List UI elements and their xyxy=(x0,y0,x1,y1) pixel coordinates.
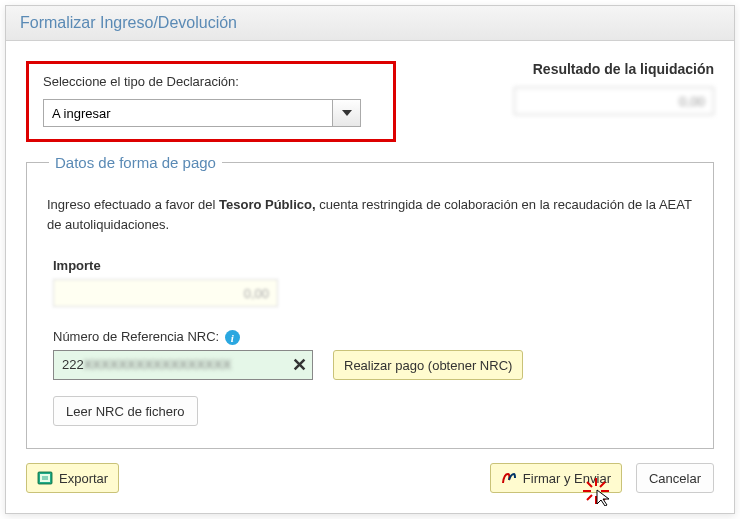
declaracion-select-input[interactable] xyxy=(43,99,333,127)
resultado-value xyxy=(514,87,714,115)
modal-title: Formalizar Ingreso/Devolución xyxy=(6,6,734,41)
nrc-input-wrap: 222XXXXXXXXXXXXXXXXX ✕ xyxy=(53,350,313,380)
exportar-button[interactable]: Exportar xyxy=(26,463,119,493)
info-icon[interactable]: i xyxy=(225,330,240,345)
datos-forma-pago-fieldset: Datos de forma de pago Ingreso efectuado… xyxy=(26,154,714,449)
declaracion-select[interactable] xyxy=(43,99,379,127)
footer-row: Exportar Firmar y Enviar Cancelar xyxy=(26,463,714,493)
nrc-input[interactable]: 222XXXXXXXXXXXXXXXXX xyxy=(53,350,313,380)
nrc-masked: XXXXXXXXXXXXXXXXX xyxy=(84,357,231,372)
intro-strong: Tesoro Público, xyxy=(219,197,316,212)
declaracion-highlight-box: Seleccione el tipo de Declaración: xyxy=(26,61,396,142)
svg-rect-1 xyxy=(40,474,50,482)
declaracion-dropdown-button[interactable] xyxy=(333,99,361,127)
modal-body: Seleccione el tipo de Declaración: Resul… xyxy=(6,41,734,513)
resultado-label: Resultado de la liquidación xyxy=(454,61,714,77)
export-icon xyxy=(37,470,53,486)
intro-text: Ingreso efectuado a favor del Tesoro Púb… xyxy=(47,195,693,234)
modal-formalizar: Formalizar Ingreso/Devolución Seleccione… xyxy=(5,5,735,514)
footer-right: Firmar y Enviar Cancelar xyxy=(490,463,714,493)
declaracion-label: Seleccione el tipo de Declaración: xyxy=(43,74,379,89)
nrc-prefix: 222 xyxy=(62,357,84,372)
importe-input[interactable]: 0,00 xyxy=(53,279,278,307)
nrc-row: 222XXXXXXXXXXXXXXXXX ✕ Realizar pago (ob… xyxy=(53,350,693,380)
exportar-label: Exportar xyxy=(59,471,108,486)
close-icon[interactable]: ✕ xyxy=(292,356,307,374)
aeat-logo-icon xyxy=(501,470,517,486)
nrc-label: Número de Referencia NRC: xyxy=(53,329,219,344)
cancelar-button[interactable]: Cancelar xyxy=(636,463,714,493)
intro-a: Ingreso efectuado a favor del xyxy=(47,197,219,212)
chevron-down-icon xyxy=(342,110,352,116)
realizar-pago-button[interactable]: Realizar pago (obtener NRC) xyxy=(333,350,523,380)
resultado-block: Resultado de la liquidación xyxy=(454,61,714,115)
importe-label: Importe xyxy=(53,258,693,273)
firmar-label: Firmar y Enviar xyxy=(523,471,611,486)
leer-nrc-button[interactable]: Leer NRC de fichero xyxy=(53,396,198,426)
datos-legend: Datos de forma de pago xyxy=(49,154,222,171)
firmar-enviar-button[interactable]: Firmar y Enviar xyxy=(490,463,622,493)
top-row: Seleccione el tipo de Declaración: Resul… xyxy=(26,61,714,142)
nrc-label-row: Número de Referencia NRC: i xyxy=(47,329,693,350)
